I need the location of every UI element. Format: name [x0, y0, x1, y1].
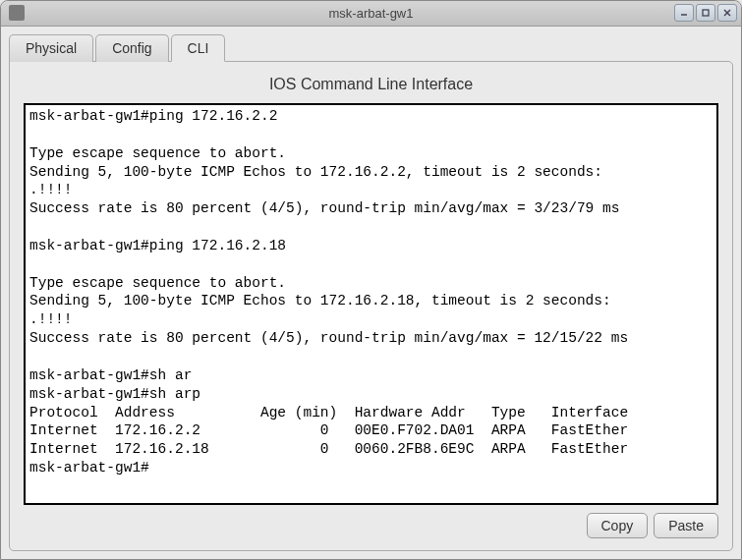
content-area: Physical Config CLI IOS Command Line Int…: [1, 27, 741, 559]
tab-bar: Physical Config CLI: [9, 34, 733, 62]
maximize-button[interactable]: [696, 4, 715, 22]
tab-physical[interactable]: Physical: [9, 34, 93, 62]
minimize-button[interactable]: [674, 4, 694, 22]
close-button[interactable]: [717, 4, 737, 22]
button-row: Copy Paste: [24, 513, 718, 538]
tab-config[interactable]: Config: [95, 34, 168, 62]
copy-button[interactable]: Copy: [587, 513, 649, 538]
cli-terminal[interactable]: msk-arbat-gw1#ping 172.16.2.2 Type escap…: [26, 105, 716, 503]
close-icon: [722, 8, 732, 18]
tab-cli[interactable]: CLI: [171, 34, 226, 62]
paste-button[interactable]: Paste: [654, 513, 718, 538]
cli-panel: IOS Command Line Interface msk-arbat-gw1…: [9, 61, 733, 551]
panel-title: IOS Command Line Interface: [24, 76, 718, 93]
terminal-container: msk-arbat-gw1#ping 172.16.2.2 Type escap…: [24, 103, 718, 505]
minimize-icon: [679, 8, 689, 18]
svg-rect-1: [703, 10, 709, 16]
app-icon: [9, 5, 25, 21]
maximize-icon: [701, 8, 711, 18]
titlebar[interactable]: msk-arbat-gw1: [1, 1, 741, 27]
window-controls: [674, 4, 737, 22]
app-window: msk-arbat-gw1 Physical Config CLI IOS Co…: [0, 0, 742, 560]
window-title: msk-arbat-gw1: [329, 6, 414, 21]
